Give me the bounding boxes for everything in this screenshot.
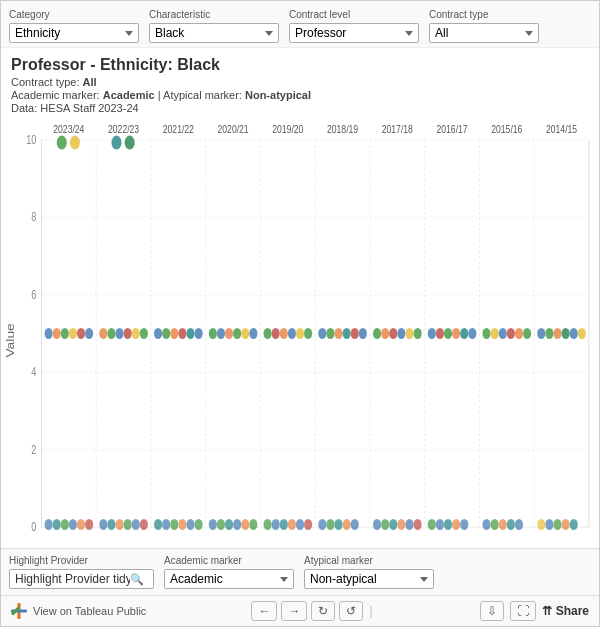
svg-point-136 xyxy=(405,519,413,530)
svg-point-130 xyxy=(343,519,351,530)
fullscreen-button[interactable]: ⛶ xyxy=(510,601,536,621)
svg-point-142 xyxy=(460,519,468,530)
svg-point-79 xyxy=(428,328,436,339)
academic-marker-label: Academic marker xyxy=(164,555,294,566)
svg-point-81 xyxy=(444,328,452,339)
svg-point-97 xyxy=(45,519,53,530)
academic-marker-value: Academic xyxy=(103,89,155,101)
svg-point-110 xyxy=(162,519,170,530)
redo-button[interactable]: → xyxy=(281,601,307,621)
svg-point-117 xyxy=(225,519,233,530)
reset-button[interactable]: ↻ xyxy=(311,601,335,621)
svg-text:2021/22: 2021/22 xyxy=(163,123,194,136)
svg-point-87 xyxy=(499,328,507,339)
nav-separator: | xyxy=(369,604,372,618)
svg-point-122 xyxy=(272,519,280,530)
characteristic-select[interactable]: Black xyxy=(149,23,279,43)
svg-text:2017/18: 2017/18 xyxy=(382,123,413,136)
svg-point-61 xyxy=(264,328,272,339)
atypical-marker-label: Atypical marker xyxy=(304,555,434,566)
tableau-footer: View on Tableau Public ← → ↻ ↺ | ⇩ ⛶ ⇈ S… xyxy=(1,595,599,626)
svg-point-91 xyxy=(537,328,545,339)
filters-row: Category Ethnicity Characteristic Black … xyxy=(1,1,599,48)
svg-point-132 xyxy=(373,519,381,530)
svg-point-68 xyxy=(326,328,334,339)
svg-point-123 xyxy=(280,519,288,530)
svg-point-145 xyxy=(499,519,507,530)
svg-text:2016/17: 2016/17 xyxy=(437,123,468,136)
y-axis-label: Value xyxy=(6,323,17,358)
svg-point-35 xyxy=(111,136,121,150)
share-label: Share xyxy=(556,604,589,618)
svg-point-149 xyxy=(545,519,553,530)
svg-point-82 xyxy=(452,328,460,339)
svg-point-52 xyxy=(178,328,186,339)
svg-point-141 xyxy=(452,519,460,530)
academic-marker-select[interactable]: Academic Non-academic xyxy=(164,569,294,589)
svg-point-150 xyxy=(553,519,561,530)
search-icon: 🔍 xyxy=(130,573,144,586)
svg-point-44 xyxy=(107,328,115,339)
svg-point-67 xyxy=(318,328,326,339)
svg-text:2023/24: 2023/24 xyxy=(53,123,84,136)
contract-type-select[interactable]: All xyxy=(429,23,539,43)
contract-level-label: Contract level xyxy=(289,9,419,20)
svg-point-64 xyxy=(288,328,296,339)
contract-level-select[interactable]: Professor xyxy=(289,23,419,43)
svg-point-111 xyxy=(170,519,178,530)
svg-point-42 xyxy=(85,328,93,339)
svg-point-133 xyxy=(381,519,389,530)
svg-point-119 xyxy=(241,519,249,530)
svg-point-140 xyxy=(444,519,452,530)
svg-text:2020/21: 2020/21 xyxy=(218,123,249,136)
atypical-marker-label: Atypical marker: xyxy=(163,89,242,101)
markers-line: Academic marker: Academic | Atypical mar… xyxy=(11,89,589,101)
svg-point-95 xyxy=(570,328,578,339)
svg-text:10: 10 xyxy=(26,133,36,147)
atypical-marker-select[interactable]: Non-atypical Atypical xyxy=(304,569,434,589)
share-button[interactable]: ⇈ Share xyxy=(542,604,589,618)
svg-point-72 xyxy=(359,328,367,339)
undo-button[interactable]: ← xyxy=(251,601,277,621)
contract-type-value: All xyxy=(83,76,97,88)
svg-point-143 xyxy=(482,519,490,530)
svg-point-144 xyxy=(491,519,499,530)
bottom-controls: Highlight Provider 🔍 Academic marker Aca… xyxy=(1,548,599,595)
title-area: Professor - Ethnicity: Black Contract ty… xyxy=(1,48,599,119)
svg-point-47 xyxy=(132,328,140,339)
svg-point-73 xyxy=(373,328,381,339)
tableau-view-label: View on Tableau Public xyxy=(33,605,146,617)
svg-point-146 xyxy=(507,519,515,530)
highlight-provider-group: Highlight Provider 🔍 xyxy=(9,555,154,589)
svg-point-148 xyxy=(537,519,545,530)
svg-point-125 xyxy=(296,519,304,530)
academic-marker-label: Academic marker: xyxy=(11,89,100,101)
svg-point-84 xyxy=(468,328,476,339)
svg-point-63 xyxy=(280,328,288,339)
svg-point-85 xyxy=(482,328,490,339)
svg-point-74 xyxy=(381,328,389,339)
contract-level-filter-group: Contract level Professor xyxy=(289,9,419,43)
svg-point-48 xyxy=(140,328,148,339)
svg-point-134 xyxy=(389,519,397,530)
svg-point-53 xyxy=(186,328,194,339)
category-select[interactable]: Ethnicity xyxy=(9,23,139,43)
svg-point-60 xyxy=(249,328,257,339)
characteristic-filter-group: Characteristic Black xyxy=(149,9,279,43)
svg-point-118 xyxy=(233,519,241,530)
svg-point-33 xyxy=(57,136,67,150)
refresh-button[interactable]: ↺ xyxy=(339,601,363,621)
highlight-provider-search-box[interactable]: 🔍 xyxy=(9,569,154,589)
highlight-provider-input[interactable] xyxy=(15,572,130,586)
share-icon: ⇈ xyxy=(542,604,552,618)
tableau-brand[interactable]: View on Tableau Public xyxy=(11,603,146,619)
svg-point-139 xyxy=(436,519,444,530)
svg-point-116 xyxy=(217,519,225,530)
svg-point-46 xyxy=(124,328,132,339)
page-title: Professor - Ethnicity: Black xyxy=(11,56,589,74)
contract-type-text-label: Contract type: xyxy=(11,76,79,88)
highlight-provider-label: Highlight Provider xyxy=(9,555,154,566)
svg-point-107 xyxy=(132,519,140,530)
svg-point-94 xyxy=(562,328,570,339)
download-button[interactable]: ⇩ xyxy=(480,601,504,621)
